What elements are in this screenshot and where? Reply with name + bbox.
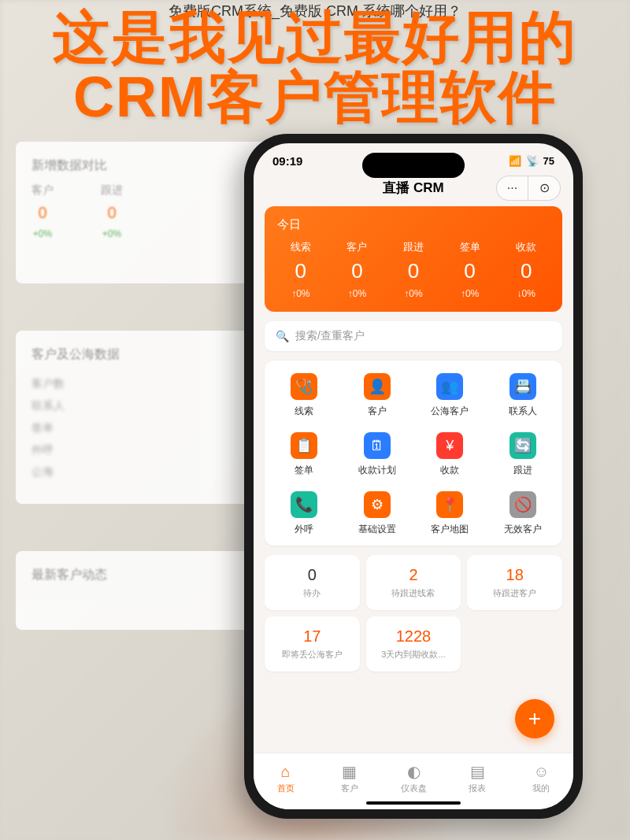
grid-icon: 📋 <box>291 432 317 459</box>
stats-item[interactable]: 收款 0 ↓0% <box>498 240 554 299</box>
grid-icon: 👥 <box>436 373 463 400</box>
home-indicator <box>366 801 461 805</box>
grid-item-基础设置[interactable]: ⚙ 基础设置 <box>344 491 411 536</box>
grid-item-外呼[interactable]: 📞 外呼 <box>271 491 338 536</box>
nav-item-客户[interactable]: ▦ 客户 <box>317 753 381 803</box>
grid-item-跟进[interactable]: 🔄 跟进 <box>490 432 557 477</box>
count-label: 即将丢公海客户 <box>271 649 354 661</box>
signal-icon: 📶 <box>509 155 521 167</box>
stats-label: 签单 <box>442 240 498 254</box>
nav-icon: ▦ <box>342 762 357 781</box>
grid-item-收款计划[interactable]: 🗓 收款计划 <box>344 432 411 477</box>
grid-item-签单[interactable]: 📋 签单 <box>271 432 338 477</box>
nav-label: 报表 <box>469 783 486 794</box>
count-value: 18 <box>473 566 556 584</box>
wifi-icon: 📡 <box>526 155 539 167</box>
grid-item-客户[interactable]: 👤 客户 <box>344 373 411 418</box>
grid-label: 收款 <box>440 464 459 477</box>
stats-label: 跟进 <box>385 240 442 254</box>
count-value: 1228 <box>372 627 455 646</box>
count-cards: 0 待办2 待跟进线索18 待跟进客户17 即将丢公海客户1228 3天内到期收… <box>265 555 562 672</box>
grid-label: 签单 <box>295 464 313 477</box>
phone-frame: 09:19 📶 📡 75 直播 CRM ··· ⊙ 今日 线索 0 ↑0%客户 … <box>244 134 583 819</box>
count-card[interactable]: 2 待跟进线索 <box>366 555 461 610</box>
stats-value: 0 <box>272 259 329 283</box>
count-label: 待办 <box>271 587 354 599</box>
grid-label: 客户 <box>368 405 387 418</box>
nav-item-首页[interactable]: ⌂ 首页 <box>254 753 317 803</box>
grid-icon: 👤 <box>364 373 391 400</box>
count-label: 3天内到期收款... <box>372 649 455 661</box>
phone-screen: 09:19 📶 📡 75 直播 CRM ··· ⊙ 今日 线索 0 ↑0%客户 … <box>254 143 573 809</box>
grid-icon: 🚫 <box>510 491 536 518</box>
nav-item-仪表盘[interactable]: ◐ 仪表盘 <box>381 753 445 803</box>
search-input[interactable]: 🔍 搜索/查重客户 <box>265 321 562 351</box>
more-button[interactable]: ··· <box>497 176 528 200</box>
grid-icon: 🩺 <box>291 373 317 400</box>
grid-label: 外呼 <box>295 523 313 536</box>
count-label: 待跟进客户 <box>473 587 556 599</box>
search-icon: 🔍 <box>276 330 289 342</box>
stats-item[interactable]: 客户 0 ↑0% <box>329 240 386 299</box>
battery-level: 75 <box>543 155 554 167</box>
nav-label: 我的 <box>532 783 550 794</box>
grid-label: 公海客户 <box>431 405 469 418</box>
app-title: 直播 CRM <box>383 179 443 197</box>
phone-notch <box>362 153 465 178</box>
count-value: 2 <box>372 566 455 584</box>
grid-icon: 🗓 <box>364 432 391 459</box>
nav-icon: ◐ <box>407 762 421 781</box>
grid-icon: ⚙ <box>364 491 391 518</box>
count-card[interactable]: 0 待办 <box>265 555 360 610</box>
headline: 这是我见过最好用的 CRM客户管理软件 <box>0 8 630 127</box>
count-card[interactable]: 1228 3天内到期收款... <box>366 616 461 672</box>
count-label: 待跟进线索 <box>372 587 455 599</box>
stats-value: 0 <box>498 259 554 283</box>
add-button[interactable]: + <box>515 699 554 738</box>
count-card[interactable]: 18 待跟进客户 <box>467 555 562 610</box>
grid-label: 跟进 <box>513 464 532 477</box>
stats-change: ↑0% <box>272 288 329 299</box>
grid-label: 客户地图 <box>431 523 469 536</box>
grid-label: 线索 <box>295 405 313 418</box>
search-placeholder: 搜索/查重客户 <box>295 329 365 343</box>
close-button[interactable]: ⊙ <box>528 176 560 200</box>
grid-icon: ¥ <box>436 432 463 459</box>
grid-label: 联系人 <box>509 405 537 418</box>
stats-item[interactable]: 跟进 0 ↑0% <box>385 240 442 299</box>
status-time: 09:19 <box>272 154 302 168</box>
stats-value: 0 <box>385 259 442 283</box>
grid-label: 基础设置 <box>358 523 396 536</box>
count-card[interactable]: 17 即将丢公海客户 <box>265 616 360 672</box>
grid-item-无效客户[interactable]: 🚫 无效客户 <box>490 491 557 536</box>
stats-change: ↑0% <box>329 288 386 299</box>
stats-change: ↓0% <box>498 288 554 299</box>
nav-label: 仪表盘 <box>401 783 427 794</box>
stats-value: 0 <box>329 259 386 283</box>
miniprogram-capsule: ··· ⊙ <box>496 176 561 201</box>
grid-icon: 📍 <box>436 491 463 518</box>
nav-item-报表[interactable]: ▤ 报表 <box>446 753 510 803</box>
grid-item-联系人[interactable]: 📇 联系人 <box>490 373 557 418</box>
grid-item-公海客户[interactable]: 👥 公海客户 <box>417 373 484 418</box>
grid-label: 无效客户 <box>504 523 542 536</box>
stats-item[interactable]: 线索 0 ↑0% <box>272 240 329 299</box>
nav-label: 首页 <box>277 783 295 794</box>
grid-icon: 📞 <box>291 491 317 518</box>
stats-item[interactable]: 签单 0 ↑0% <box>442 240 498 299</box>
nav-item-我的[interactable]: ☺ 我的 <box>510 753 573 803</box>
stats-label: 线索 <box>272 240 329 254</box>
grid-item-收款[interactable]: ¥ 收款 <box>417 432 484 477</box>
today-stats-card[interactable]: 今日 线索 0 ↑0%客户 0 ↑0%跟进 0 ↑0%签单 0 ↑0%收款 0 … <box>265 206 562 312</box>
nav-icon: ⌂ <box>281 763 291 781</box>
feature-grid: 🩺 线索👤 客户👥 公海客户📇 联系人📋 签单🗓 收款计划¥ 收款🔄 跟进📞 外… <box>265 361 562 546</box>
grid-item-客户地图[interactable]: 📍 客户地图 <box>417 491 484 536</box>
nav-icon: ▤ <box>470 762 485 781</box>
grid-item-线索[interactable]: 🩺 线索 <box>271 373 338 418</box>
nav-icon: ☺ <box>533 763 549 781</box>
grid-icon: 🔄 <box>510 432 536 459</box>
grid-icon: 📇 <box>510 373 536 400</box>
stats-change: ↑0% <box>385 288 442 299</box>
count-value: 0 <box>271 566 354 584</box>
grid-label: 收款计划 <box>358 464 396 477</box>
